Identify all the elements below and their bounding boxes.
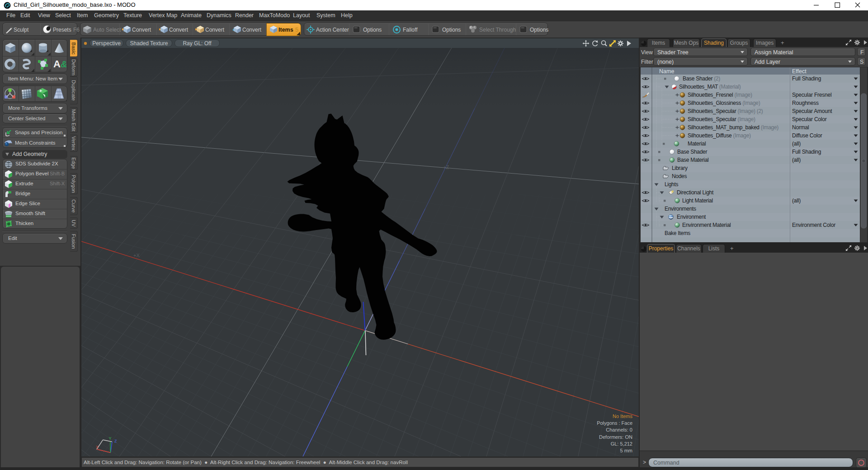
svg-text:Environment Material: Environment Material xyxy=(682,222,731,228)
svg-text:(all): (all) xyxy=(792,141,801,147)
svg-text:Environment: Environment xyxy=(677,214,706,220)
svg-text:+Z: +Z xyxy=(443,164,449,170)
svg-text:Specular Amount: Specular Amount xyxy=(792,108,832,114)
svg-text:Full Shading: Full Shading xyxy=(792,149,821,155)
svg-text:Material: Material xyxy=(688,141,706,147)
svg-text:Effect: Effect xyxy=(792,68,807,75)
svg-text:Full Shading: Full Shading xyxy=(792,75,821,82)
svg-text:Specular Color: Specular Color xyxy=(792,116,827,122)
svg-text:Environments: Environments xyxy=(665,206,696,212)
svg-text:Environment Color: Environment Color xyxy=(792,222,835,228)
svg-text:Z: Z xyxy=(114,439,117,443)
svg-text:Base Material: Base Material xyxy=(677,157,708,163)
svg-text:(all): (all) xyxy=(792,157,801,163)
svg-text:Nodes: Nodes xyxy=(672,173,687,179)
svg-text:Name: Name xyxy=(659,68,674,75)
svg-text:Directional Light: Directional Light xyxy=(677,189,714,196)
svg-text:Silhouettes_Fresnel (Image): Silhouettes_Fresnel (Image) xyxy=(688,92,752,98)
svg-text:Y: Y xyxy=(109,436,112,441)
svg-text:Bake Items: Bake Items xyxy=(665,230,690,236)
svg-text:+X: +X xyxy=(133,253,140,258)
svg-text:Silhouettes_MAT_bump_baked (Im: Silhouettes_MAT_bump_baked (Image) xyxy=(688,124,778,131)
svg-text:(all): (all) xyxy=(792,197,801,204)
svg-text:Silhouettes_Glossiness (Image): Silhouettes_Glossiness (Image) xyxy=(688,100,760,106)
svg-text:Library: Library xyxy=(672,165,688,171)
svg-text:Silhouettes_Diffuse (Image): Silhouettes_Diffuse (Image) xyxy=(688,132,751,139)
svg-text:X: X xyxy=(96,445,99,449)
svg-text:Roughness: Roughness xyxy=(792,100,819,106)
svg-text:Light Material: Light Material xyxy=(682,197,713,204)
svg-text:Silhouettes_Specular (Image) (: Silhouettes_Specular (Image) (2) xyxy=(688,108,763,114)
svg-text:Specular Fresnel: Specular Fresnel xyxy=(792,92,832,98)
svg-text:Base Shader (2): Base Shader (2) xyxy=(683,75,720,82)
svg-text:Silhouettes_MAT (Material): Silhouettes_MAT (Material) xyxy=(679,84,741,90)
svg-text:Normal: Normal xyxy=(792,124,809,131)
svg-text:Silhouettes_Specular (Image): Silhouettes_Specular (Image) xyxy=(688,116,755,122)
svg-text:Base Shader: Base Shader xyxy=(677,149,707,155)
svg-text:Lights: Lights xyxy=(665,181,679,188)
svg-text:Diffuse Color: Diffuse Color xyxy=(792,132,822,139)
